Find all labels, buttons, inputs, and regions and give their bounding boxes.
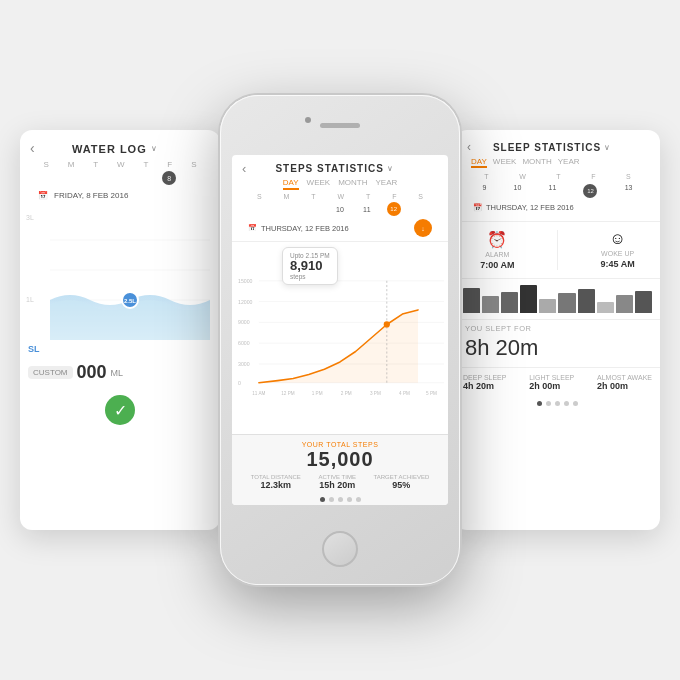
water-log-title: WATER LOG — [72, 143, 147, 155]
water-log-back-btn[interactable]: ‹ — [30, 140, 35, 156]
wl-day-mon: M — [68, 160, 75, 169]
you-slept-value: 8h 20m — [465, 335, 650, 361]
steps-day-s2: S — [418, 193, 423, 200]
sleep-tab-day[interactable]: DAY — [471, 157, 487, 168]
wl-date-selected[interactable]: 8 — [162, 171, 176, 185]
sleep-woke-item: ☺ WOKE UP 9:45 AM — [601, 230, 635, 270]
wl-date-5 — [138, 171, 152, 185]
phone: ‹ STEPS STATISTICS ∨ DAY WEEK MONTH YEAR — [220, 95, 460, 585]
svg-text:4 PM: 4 PM — [399, 391, 410, 396]
steps-dot-3 — [338, 497, 343, 502]
phone-screen: ‹ STEPS STATISTICS ∨ DAY WEEK MONTH YEAR — [232, 155, 448, 505]
footer-label: YOUR TOTAL STEPS — [242, 441, 438, 448]
sleep-breakdown: DEEP SLEEP 4h 20m LIGHT SLEEP 2h 00m ALM… — [455, 367, 660, 397]
wl-checkmark-btn[interactable]: ✓ — [105, 395, 135, 425]
sleep-bar-6 — [558, 293, 575, 313]
svg-text:2.5L: 2.5L — [124, 298, 136, 304]
sleep-day-f: F — [591, 173, 595, 180]
almost-awake-label: ALMOST AWAKE — [597, 374, 652, 381]
sleep-back-btn[interactable]: ‹ — [467, 140, 471, 154]
sleep-tab-month[interactable]: MONTH — [522, 157, 551, 168]
footer-stat-target: TARGET ACHIEVED 95% — [373, 474, 429, 490]
water-log-header: ‹ WATER LOG ∨ S M T W T F S — [20, 130, 220, 210]
water-log-chevron-icon: ∨ — [151, 144, 157, 153]
footer-steps: 15,000 — [242, 448, 438, 471]
wl-water-amount: 000 — [77, 362, 107, 383]
steps-day-t1: T — [311, 193, 315, 200]
sleep-dots-row — [455, 397, 660, 410]
wl-day-thu: T — [144, 160, 149, 169]
steps-tab-day[interactable]: DAY — [283, 178, 299, 190]
steps-calendar-icon: 📅 — [248, 224, 257, 232]
sleep-date-10: 10 — [514, 184, 522, 198]
steps-date-10: 10 — [333, 206, 347, 213]
sleep-tab-week[interactable]: WEEK — [493, 157, 517, 168]
wl-date-3 — [88, 171, 102, 185]
steps-stats-screen: ‹ STEPS STATISTICS ∨ DAY WEEK MONTH YEAR — [232, 155, 448, 505]
wl-day-sun: S — [43, 160, 48, 169]
steps-date-selected[interactable]: 12 — [387, 202, 401, 216]
steps-tab-month[interactable]: MONTH — [338, 178, 367, 190]
you-slept-label: YOU SLEPT FOR — [465, 324, 650, 333]
steps-selected-date: THURSDAY, 12 FEB 2016 — [261, 224, 349, 233]
steps-tab-week[interactable]: WEEK — [307, 178, 331, 190]
svg-text:1 PM: 1 PM — [312, 391, 323, 396]
wl-day-fri: F — [167, 160, 172, 169]
water-log-card: ‹ WATER LOG ∨ S M T W T F S — [20, 130, 220, 530]
steps-title: STEPS STATISTICS — [275, 163, 383, 174]
sleep-day-t1: T — [484, 173, 488, 180]
wl-goal-row: CUSTOM 000 ML — [20, 358, 220, 387]
svg-text:6000: 6000 — [238, 340, 250, 346]
sleep-date-selected[interactable]: 12 — [583, 184, 597, 198]
steps-day-s1: S — [257, 193, 262, 200]
sleep-date-9: 9 — [483, 184, 487, 198]
sleep-tab-year[interactable]: YEAR — [558, 157, 580, 168]
steps-chart-svg: 15000 12000 9000 6000 3000 0 — [236, 242, 444, 434]
sleep-alarm-item: ⏰ ALARM 7:00 AM — [480, 230, 514, 270]
steps-date-11: 11 — [360, 206, 374, 213]
sleep-awake: ALMOST AWAKE 2h 00m — [597, 374, 652, 391]
sleep-calendar-icon: 📅 — [473, 203, 482, 212]
wl-date-4 — [113, 171, 127, 185]
sleep-dot-3 — [555, 401, 560, 406]
sleep-bar-8 — [597, 302, 614, 313]
steps-week-labels: S M T W T F S — [242, 190, 438, 201]
sleep-bar-7 — [578, 289, 595, 313]
steps-dot-1 — [320, 497, 325, 502]
steps-day-m: M — [284, 193, 290, 200]
steps-header: ‹ STEPS STATISTICS ∨ DAY WEEK MONTH YEAR — [232, 155, 448, 242]
sleep-bar-1 — [463, 288, 480, 313]
steps-selected-date-bar: 📅 THURSDAY, 12 FEB 2016 ↓ — [242, 217, 438, 239]
phone-speaker — [320, 123, 360, 128]
sleep-bar-9 — [616, 295, 633, 313]
wl-selected-date: 📅 FRIDAY, 8 FEB 2016 — [30, 187, 210, 204]
sleep-bar-3 — [501, 292, 518, 313]
alarm-value: 7:00 AM — [480, 260, 514, 270]
wl-y-1l: 1L — [26, 296, 42, 303]
sleep-breakdown-row: DEEP SLEEP 4h 20m LIGHT SLEEP 2h 00m ALM… — [463, 374, 652, 391]
svg-text:3 PM: 3 PM — [370, 391, 381, 396]
svg-text:2 PM: 2 PM — [341, 391, 352, 396]
woke-up-icon: ☺ — [609, 230, 625, 248]
svg-marker-17 — [259, 310, 418, 383]
wl-date-2 — [64, 171, 78, 185]
stat-active-value: 15h 20m — [318, 480, 356, 490]
wl-checkmark-area: ✓ — [20, 387, 220, 433]
wl-day-sat: S — [191, 160, 196, 169]
sleep-dot-2 — [546, 401, 551, 406]
svg-text:9000: 9000 — [238, 319, 250, 325]
svg-text:11 AM: 11 AM — [252, 391, 265, 396]
wl-custom-badge[interactable]: CUSTOM — [28, 366, 73, 379]
tooltip-steps: 8,910 — [290, 259, 330, 273]
steps-tab-year[interactable]: YEAR — [375, 178, 397, 190]
phone-home-btn[interactable] — [322, 531, 358, 567]
sleep-header: ‹ SLEEP STATISTICS ∨ DAY WEEK MONTH YEAR… — [455, 130, 660, 221]
svg-text:0: 0 — [238, 380, 241, 386]
steps-dot-5 — [356, 497, 361, 502]
steps-dot-4 — [347, 497, 352, 502]
steps-back-btn[interactable]: ‹ — [242, 161, 246, 176]
steps-indicator-icon: ↓ — [421, 225, 425, 232]
sleep-bar-chart — [463, 285, 652, 313]
svg-point-19 — [384, 321, 390, 327]
wl-sl-label: SL — [20, 340, 220, 358]
